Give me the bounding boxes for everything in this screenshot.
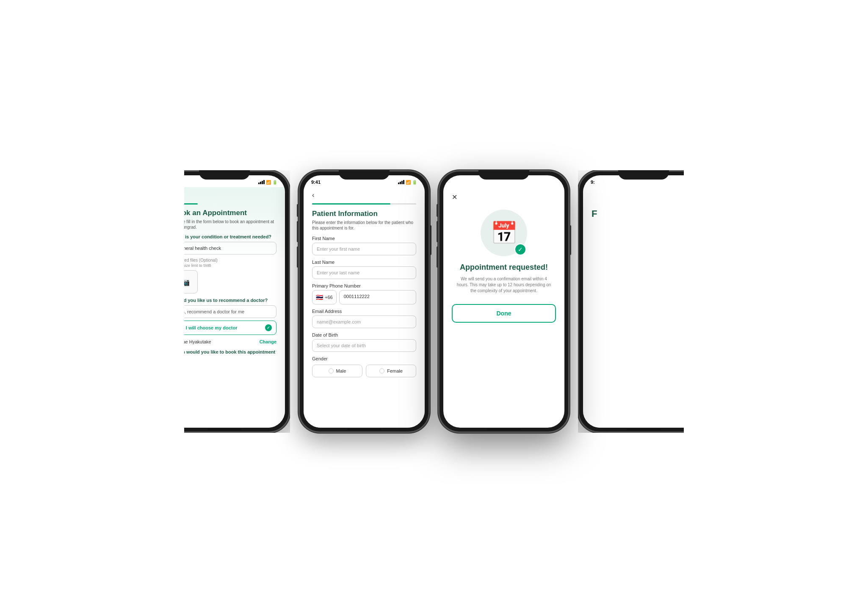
screen3-title: Appointment requested! (452, 263, 556, 272)
condition-label: What is your condition or treatment need… (172, 234, 276, 239)
phone3-frame: ✕ 📅 ✓ Appointment requested! We will sen… (438, 170, 569, 433)
phone4-screen: 9: 🔋 F (583, 175, 704, 428)
dob-label: Date of Birth (312, 332, 416, 337)
battery-icon-4: 🔋 (691, 180, 697, 185)
progress-bar-2 (312, 203, 416, 205)
done-button[interactable]: Done (452, 304, 556, 323)
option-yes[interactable]: Yes, recommend a doctor for me (172, 305, 276, 318)
check-badge: ✓ (514, 243, 526, 255)
change-button[interactable]: Change (260, 339, 276, 344)
notch4 (618, 170, 669, 180)
gender-row: Male Female (312, 365, 416, 377)
nav1: ‹ (172, 191, 276, 199)
option-no[interactable]: No, I will choose my doctor ✓ (172, 321, 276, 335)
back-button-2[interactable]: ‹ (312, 191, 314, 199)
main-scene: 9:41 📶 🔋 (0, 0, 868, 603)
doctor-row: Dr. Kae Hyakutake Change (172, 337, 276, 346)
phone3-col: ✕ 📅 ✓ Appointment requested! We will sen… (438, 170, 569, 433)
last-name-label: Last Name (312, 260, 416, 265)
wifi-icon-1: 📶 (266, 180, 271, 185)
phones-row: 9:41 📶 🔋 (0, 0, 868, 603)
home3 (487, 429, 521, 430)
email-label: Email Address (312, 309, 416, 314)
home4 (627, 429, 661, 430)
close-button[interactable]: ✕ (452, 193, 556, 201)
phone2-col: 9:41 📶 🔋 (299, 170, 430, 433)
status-icons-1: 📶 🔋 (258, 180, 277, 185)
phone4-frame: 9: 🔋 F (578, 170, 709, 433)
first-name-input[interactable]: Enter your first name (312, 243, 416, 255)
time-2: 9:41 (311, 180, 321, 185)
home1 (207, 429, 241, 430)
gender-male-btn[interactable]: Male (312, 365, 362, 377)
screen3-content: ✕ 📅 ✓ Appointment requested! We will sen… (443, 187, 564, 329)
flag-icon: 🇹🇭 (316, 294, 323, 301)
back-button-1[interactable]: ‹ (172, 191, 174, 199)
first-name-label: First Name (312, 236, 416, 241)
status-icons-2: 📶 🔋 (398, 180, 417, 185)
when-label: When would you like to book this appoint… (172, 349, 276, 360)
female-radio (379, 368, 384, 373)
screen3-desc: We will send you a confirmation email wi… (452, 276, 556, 294)
screen2-content: ‹ Patient Information Please enter the i… (304, 187, 425, 428)
gender-female-btn[interactable]: Female (366, 365, 416, 377)
nav2: ‹ (312, 191, 416, 199)
time-4: 9: (591, 180, 595, 185)
phone-label: Primary Phone Number (312, 283, 416, 288)
phone1-col: 9:41 📶 🔋 (159, 170, 290, 433)
battery-icon-2: 🔋 (412, 180, 417, 185)
screen2-title: Patient Information (312, 210, 416, 218)
recommend-label: Would you like us to recommend a doctor? (172, 298, 276, 303)
screen1-content: ‹ Book an Appointment Please fill in the… (164, 187, 285, 428)
time-1: 9:41 (171, 180, 181, 185)
phone4-col: 9: 🔋 F (578, 170, 709, 433)
selected-check: ✓ (265, 324, 272, 331)
female-label: Female (387, 368, 403, 373)
icon-circle: 📅 ✓ (481, 210, 527, 256)
screen4-content: F (583, 187, 704, 428)
screen4-title: F (592, 208, 696, 219)
male-label: Male (336, 368, 346, 373)
phone1-frame: 9:41 📶 🔋 (159, 170, 290, 433)
camera-icon: 📷 (180, 277, 190, 287)
phone-code: +66 (325, 295, 333, 300)
screen2-subtitle: Please enter the information below for t… (312, 220, 416, 231)
signal-2 (398, 180, 404, 184)
screen1-title: Book an Appointment (172, 209, 276, 217)
email-input[interactable]: name@example.com (312, 315, 416, 328)
phone3-screen: ✕ 📅 ✓ Appointment requested! We will sen… (443, 175, 564, 428)
male-radio (329, 368, 334, 373)
attached-label: Attached files (Optional) (172, 258, 276, 263)
upload-box[interactable]: 📷 (172, 270, 198, 293)
battery-icon-1: 🔋 (272, 180, 277, 185)
condition-input[interactable]: General health check (172, 242, 276, 254)
home2 (347, 429, 381, 430)
status-icons-4: 🔋 (691, 180, 697, 185)
phone1-screen: 9:41 📶 🔋 (164, 175, 285, 428)
signal-1 (258, 180, 265, 184)
icon-area: 📅 ✓ (452, 210, 556, 256)
phone-number-input[interactable]: 0001112222 (339, 290, 416, 304)
notch1 (199, 170, 250, 180)
notch3 (478, 170, 529, 180)
dob-input[interactable]: Select your date of birth (312, 339, 416, 352)
gender-label: Gender (312, 356, 416, 361)
phone-field-row: 🇹🇭 +66 0001112222 (312, 290, 416, 304)
doctor-name: Dr. Kae Hyakutake (172, 339, 211, 344)
country-selector[interactable]: 🇹🇭 +66 (312, 290, 337, 304)
progress-fill-2 (312, 203, 390, 205)
photo-size-text: Photo size limit to 5MB (172, 263, 276, 268)
phone2-frame: 9:41 📶 🔋 (299, 170, 430, 433)
last-name-input[interactable]: Enter your last name (312, 266, 416, 279)
screen1-subtitle: Please fill in the form below to book an… (172, 219, 276, 230)
phone2-screen: 9:41 📶 🔋 (304, 175, 425, 428)
notch2 (339, 170, 390, 180)
progress-bar-1 (172, 203, 198, 205)
wifi-icon-2: 📶 (406, 180, 411, 185)
calendar-icon: 📅 (490, 220, 518, 246)
